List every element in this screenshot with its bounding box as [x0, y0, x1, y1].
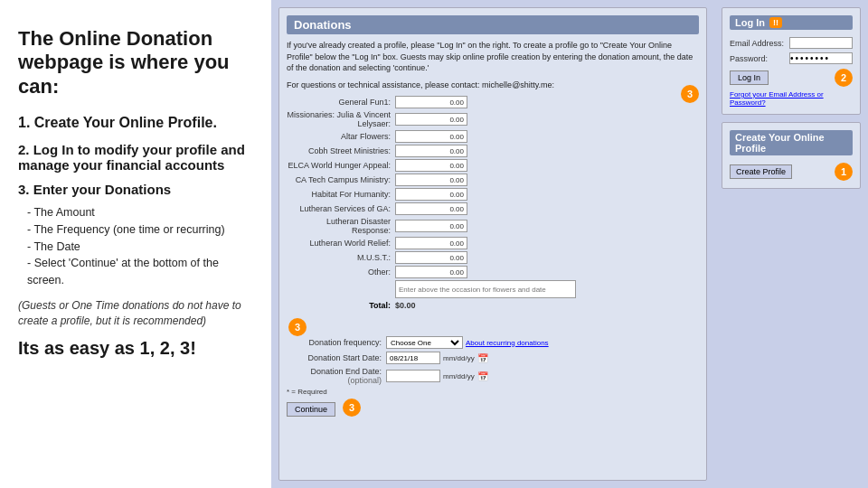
middle-panel: Donations If you've already created a pr…	[271, 0, 714, 488]
about-recurring-link[interactable]: About recurring donations	[466, 339, 549, 347]
password-input[interactable]	[789, 52, 853, 64]
donation-row: Habitat For Humanity:	[287, 188, 699, 201]
email-row: Email Address:	[730, 37, 853, 49]
donation-row: Lutheran Disaster Response:	[287, 217, 699, 235]
badge-1: 1	[835, 163, 853, 181]
start-date-label: Donation Start Date:	[287, 353, 386, 362]
donation-row-label: Habitat For Humanity:	[287, 190, 395, 199]
end-date-input[interactable]	[386, 370, 440, 382]
donation-row: Missionaries: Julia & Vincent Lelysaer:	[287, 110, 699, 128]
donation-row: M.U.S.T.:	[287, 251, 699, 264]
forgot-link[interactable]: Forgot your Email Address or Password?	[730, 90, 853, 107]
donation-row-label: Lutheran Disaster Response:	[287, 217, 395, 235]
bullet-continue: - Select 'Continue' at the bottom of the…	[27, 255, 253, 289]
password-label: Password:	[730, 54, 789, 63]
final-line: Its as easy as 1, 2, 3!	[18, 338, 253, 359]
end-date-optional: (optional)	[347, 376, 382, 385]
end-date-format: mm/dd/yy	[443, 372, 475, 380]
total-row: Total: $0.00	[287, 301, 699, 310]
password-row: Password:	[730, 52, 853, 64]
create-profile-box: Create Your Online Profile Create Profil…	[722, 122, 861, 189]
bullet-frequency: - The Frequency (one time or recurring)	[27, 221, 253, 239]
main-title: The Online Donation webpage is where you…	[18, 27, 253, 99]
donation-row-label: Altar Flowers:	[287, 132, 395, 141]
right-panel: Log In !! Email Address: Password: Log I…	[714, 0, 868, 488]
total-value: $0.00	[395, 301, 416, 310]
donation-row-label: Lutheran World Relief:	[287, 239, 395, 248]
badge-3-form: 3	[681, 85, 699, 103]
date-format-hint: mm/dd/yy	[443, 354, 475, 362]
donation-row-input[interactable]	[395, 202, 467, 215]
donation-row-input[interactable]	[395, 266, 467, 278]
donation-row-label: Other:	[287, 267, 395, 277]
email-label: Email Address:	[730, 39, 789, 48]
donation-row-input[interactable]	[395, 251, 467, 264]
total-label: Total:	[287, 301, 395, 310]
continue-row: Continue 3	[287, 399, 699, 417]
donation-row-label: Cobh Street Ministries:	[287, 146, 395, 155]
start-date-input[interactable]	[386, 352, 440, 364]
continue-button[interactable]: Continue	[287, 402, 335, 417]
bullet-amount: - The Amount	[27, 204, 253, 221]
login-title-badge: !!	[769, 17, 782, 28]
left-panel: The Online Donation webpage is where you…	[0, 0, 271, 488]
bullet-list: - The Amount - The Frequency (one time o…	[27, 204, 253, 289]
end-date-row: Donation End Date: (optional) mm/dd/yy 📅	[287, 367, 699, 385]
login-button[interactable]: Log In	[730, 70, 769, 85]
donations-box: Donations If you've already created a pr…	[278, 7, 707, 481]
end-date-label: Donation End Date: (optional)	[287, 367, 386, 385]
login-title: Log In !!	[730, 15, 853, 30]
create-profile-button[interactable]: Create Profile	[730, 164, 792, 179]
login-btn-row: Log In 2	[730, 69, 853, 87]
donations-desc: If you've already created a profile, ple…	[287, 40, 699, 74]
badge-3-frequency: 3	[288, 318, 307, 336]
donation-row: Other:	[287, 266, 699, 278]
flower-occasion-input[interactable]	[395, 280, 576, 298]
donation-form-rows: General Fun1:Missionaries: Julia & Vince…	[287, 96, 699, 278]
start-date-row: Donation Start Date: mm/dd/yy 📅	[287, 352, 699, 364]
donation-row-input[interactable]	[395, 220, 467, 232]
donation-row-label: CA Tech Campus Ministry:	[287, 175, 395, 184]
badge-3-continue: 3	[343, 399, 361, 417]
step3-heading: 3. Enter your Donations	[18, 182, 253, 197]
donation-row-input[interactable]	[395, 113, 467, 126]
step1-heading: 1. Create Your Online Profile.	[18, 115, 253, 131]
donation-row: Lutheran World Relief:	[287, 237, 699, 249]
donation-row: Lutheran Services of GA:	[287, 202, 699, 215]
step2-heading: 2. Log In to modify your profile and man…	[18, 142, 253, 173]
create-profile-title: Create Your Online Profile	[730, 130, 853, 155]
donation-row: Cobh Street Ministries:	[287, 145, 699, 157]
donation-row-input[interactable]	[395, 237, 467, 249]
donation-row-input[interactable]	[395, 188, 467, 201]
flower-occasion-row	[287, 280, 699, 298]
required-note: * = Required	[287, 388, 699, 396]
italic-note: (Guests or One Time donations do not hav…	[18, 298, 253, 329]
donation-row-input[interactable]	[395, 96, 467, 108]
donation-row-input[interactable]	[395, 174, 467, 186]
donation-row-label: Missionaries: Julia & Vincent Lelysaer:	[287, 110, 395, 128]
donation-row-label: ELCA World Hunger Appeal:	[287, 161, 395, 170]
bottom-form: 3 Donation frequency: Choose One About r…	[287, 314, 699, 420]
donation-row-label: General Fun1:	[287, 98, 395, 107]
end-calendar-icon[interactable]: 📅	[477, 371, 488, 381]
donation-row-input[interactable]	[395, 130, 467, 143]
donations-desc2: For questions or technical assistance, p…	[287, 80, 699, 91]
donation-row: CA Tech Campus Ministry:	[287, 174, 699, 186]
donation-row-label: Lutheran Services of GA:	[287, 204, 395, 213]
frequency-row: Donation frequency: Choose One About rec…	[287, 336, 699, 349]
donation-row: ELCA World Hunger Appeal:	[287, 159, 699, 172]
frequency-select[interactable]: Choose One	[386, 336, 463, 349]
badge-2: 2	[835, 69, 853, 87]
donation-row-input[interactable]	[395, 159, 467, 172]
donations-title: Donations	[287, 15, 699, 34]
calendar-icon[interactable]: 📅	[477, 353, 488, 363]
donation-row-label: M.U.S.T.:	[287, 253, 395, 262]
donation-row: General Fun1:	[287, 96, 699, 108]
email-input[interactable]	[789, 37, 853, 49]
bullet-date: - The Date	[27, 239, 253, 256]
create-profile-btn-row: Create Profile 1	[730, 163, 853, 181]
login-box: Log In !! Email Address: Password: Log I…	[722, 7, 861, 115]
frequency-label: Donation frequency:	[287, 338, 386, 347]
donation-row: Altar Flowers:	[287, 130, 699, 143]
donation-row-input[interactable]	[395, 145, 467, 157]
